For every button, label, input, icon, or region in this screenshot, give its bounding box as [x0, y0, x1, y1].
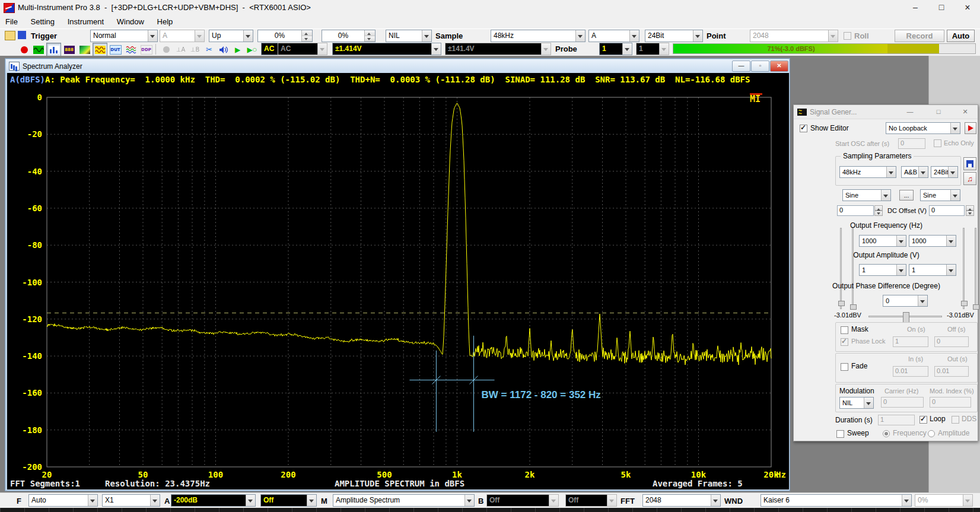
- zoom-select[interactable]: X1: [102, 494, 160, 507]
- probe-a-select[interactable]: 1: [599, 43, 632, 55]
- menu-window[interactable]: Window: [112, 15, 149, 28]
- derived-data-icon[interactable]: [123, 43, 138, 56]
- balance-slider-thumb[interactable]: [903, 312, 909, 323]
- chevron-down-icon[interactable]: [896, 265, 906, 275]
- mask-checkbox[interactable]: [841, 326, 848, 334]
- chevron-down-icon[interactable]: [896, 236, 906, 246]
- chevron-down-icon[interactable]: [902, 495, 911, 506]
- chevron-down-icon[interactable]: [886, 167, 896, 177]
- phase-select[interactable]: 0: [883, 295, 928, 307]
- menu-setting[interactable]: Setting: [26, 15, 60, 28]
- multimeter-icon[interactable]: 888: [62, 43, 77, 56]
- chevron-down-icon[interactable]: [246, 495, 255, 506]
- spectrum-window-titlebar[interactable]: Spectrum Analyzer: [6, 59, 789, 73]
- waveform-more-button[interactable]: ...: [899, 190, 914, 201]
- slider-thumb[interactable]: [973, 304, 979, 310]
- chevron-down-icon[interactable]: [422, 30, 431, 42]
- modulation-select[interactable]: NIL: [839, 397, 874, 409]
- spectrum-analyzer-icon[interactable]: [46, 43, 61, 56]
- menu-instrument[interactable]: Instrument: [62, 15, 109, 28]
- loop-checkbox[interactable]: [919, 416, 927, 424]
- spectrum-minimize-button[interactable]: —: [732, 61, 750, 72]
- chevron-down-icon[interactable]: [948, 167, 957, 177]
- sample-rate-select[interactable]: 48kHz: [491, 30, 586, 42]
- dc-offset-b-spinner[interactable]: [966, 205, 974, 216]
- chevron-down-icon[interactable]: [946, 236, 956, 246]
- save-icon[interactable]: [18, 31, 26, 39]
- trigger-mode-select[interactable]: Normal: [90, 30, 158, 42]
- chevron-down-icon[interactable]: [881, 190, 890, 201]
- maximize-button[interactable]: □: [933, 1, 950, 14]
- chevron-down-icon[interactable]: [946, 265, 956, 275]
- trigger-level-spinner[interactable]: 0%: [257, 30, 313, 42]
- sg-minimize-button[interactable]: —: [905, 107, 915, 116]
- chevron-down-icon[interactable]: [711, 495, 720, 506]
- dc-offset-b-input[interactable]: 0: [929, 205, 965, 216]
- waveform-b-select[interactable]: Sine: [920, 189, 960, 201]
- run-loop-icon[interactable]: ▶○: [244, 43, 259, 56]
- slider-thumb[interactable]: [961, 301, 968, 306]
- spin-down-icon[interactable]: [302, 36, 312, 42]
- chevron-down-icon[interactable]: [307, 495, 316, 506]
- chevron-down-icon[interactable]: [88, 495, 97, 506]
- menu-help[interactable]: Help: [152, 15, 179, 28]
- chevron-down-icon[interactable]: [950, 190, 960, 201]
- spectrum-restore-button[interactable]: ▫: [751, 61, 769, 72]
- spin-up-icon[interactable]: [365, 30, 375, 36]
- close-button[interactable]: ×: [959, 1, 976, 14]
- chevron-down-icon[interactable]: [950, 123, 960, 133]
- chevron-down-icon[interactable]: [629, 30, 639, 42]
- device-test-plan-icon[interactable]: DUT: [108, 43, 123, 56]
- chevron-down-icon[interactable]: [150, 495, 160, 506]
- trigger-condition-select[interactable]: NIL: [386, 30, 432, 42]
- dc-offset-a-input[interactable]: 0: [837, 205, 874, 216]
- bit-depth-select[interactable]: 24Bit: [645, 30, 703, 42]
- spin-up-icon[interactable]: [302, 30, 312, 36]
- signal-generator-icon[interactable]: [93, 43, 107, 56]
- sample-channel-select[interactable]: A: [588, 30, 639, 42]
- range-a-select[interactable]: ±1.414V: [332, 43, 441, 55]
- slider-thumb[interactable]: [838, 301, 845, 306]
- chevron-down-icon[interactable]: [148, 30, 157, 42]
- sg-bits-select[interactable]: 24Bit: [931, 166, 958, 178]
- amplitude-b-select[interactable]: 1: [909, 264, 956, 276]
- sg-music-button[interactable]: ♫: [963, 172, 976, 185]
- trigger-delay-spinner[interactable]: 0%: [322, 30, 376, 42]
- chevron-down-icon[interactable]: [693, 30, 702, 42]
- frequency-b-select[interactable]: 1000: [909, 235, 956, 247]
- amp-b-slider[interactable]: [975, 228, 976, 309]
- sweep-checkbox[interactable]: [836, 430, 844, 438]
- dc-offset-a-spinner[interactable]: [874, 205, 883, 216]
- trigger-edge-select[interactable]: Up: [209, 30, 253, 42]
- balance-slider[interactable]: [868, 316, 942, 317]
- window-function-select[interactable]: Kaiser 6: [761, 494, 912, 507]
- spectrogram-icon[interactable]: [77, 43, 92, 56]
- chevron-down-icon[interactable]: [864, 397, 873, 408]
- record-icon[interactable]: [17, 43, 31, 56]
- offset-a-select[interactable]: Off: [260, 494, 317, 507]
- sg-channels-select[interactable]: A&B: [901, 166, 928, 178]
- fft-size-select[interactable]: 2048: [642, 494, 721, 507]
- menu-file[interactable]: File: [0, 15, 23, 28]
- slider-thumb[interactable]: [850, 304, 857, 310]
- probe-calibration-icon[interactable]: ✂: [202, 43, 217, 56]
- loopback-select[interactable]: No Loopback: [886, 122, 960, 134]
- ddp-viewer-icon[interactable]: DDP: [139, 43, 154, 56]
- chevron-down-icon[interactable]: [622, 43, 632, 55]
- range-a-bottom-select[interactable]: -200dB: [171, 494, 256, 507]
- chevron-down-icon[interactable]: [918, 295, 927, 306]
- sg-run-button[interactable]: [965, 122, 976, 134]
- freq-b-slider[interactable]: [963, 228, 965, 309]
- minimize-button[interactable]: –: [906, 1, 924, 14]
- mode-select[interactable]: Amplitude Spectrum: [333, 494, 475, 507]
- spin-down-icon[interactable]: [365, 36, 375, 42]
- amplitude-a-select[interactable]: 1: [859, 264, 906, 276]
- sg-sample-rate-select[interactable]: 48kHz: [839, 166, 896, 178]
- signal-generator-titlebar[interactable]: Signal Gener...: [794, 105, 978, 119]
- waveform-a-select[interactable]: Sine: [842, 189, 891, 201]
- oscilloscope-icon[interactable]: [31, 43, 46, 56]
- chevron-down-icon[interactable]: [464, 495, 474, 506]
- chevron-down-icon[interactable]: [431, 43, 441, 55]
- chevron-down-icon[interactable]: [575, 30, 585, 42]
- run-icon[interactable]: ▶: [230, 43, 245, 56]
